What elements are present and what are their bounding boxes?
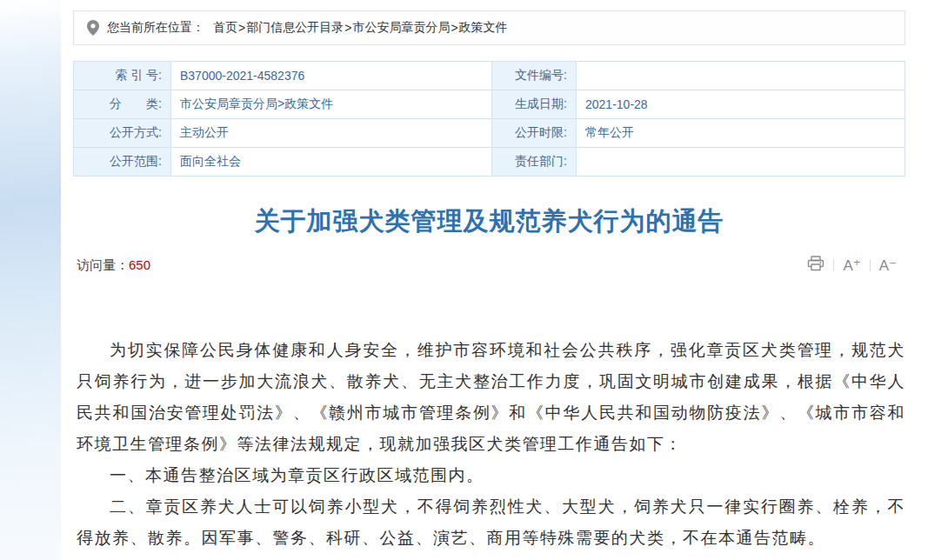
visits-toolbar-row: 访问量：650 A⁺ A⁻: [77, 253, 905, 277]
meta-label-open-scope: 公开范围:: [74, 148, 171, 177]
table-row: 索 引 号: B37000-2021-4582376 文件编号:: [74, 62, 905, 90]
visit-count: 访问量：650: [77, 257, 150, 274]
meta-value-category: 市公安局章贡分局>政策文件: [171, 90, 492, 119]
meta-label-category: 分 类:: [74, 90, 171, 119]
page-title: 关于加强犬类管理及规范养犬行为的通告: [73, 204, 905, 239]
font-decrease-button[interactable]: A⁻: [871, 257, 905, 275]
breadcrumb-separator: >: [450, 21, 457, 35]
article-paragraph: 二、章贡区养犬人士可以饲养小型犬，不得饲养烈性犬、大型犬，饲养犬只一律实行圈养、…: [77, 491, 905, 554]
breadcrumb-item-home[interactable]: 首页: [213, 20, 237, 36]
font-increase-button[interactable]: A⁺: [834, 257, 869, 275]
visit-count-value: 650: [129, 257, 150, 272]
meta-label-open-method: 公开方式:: [74, 119, 171, 148]
meta-value-open-method: 主动公开: [171, 119, 492, 148]
meta-value-resp-dept: [577, 148, 905, 177]
table-row: 分 类: 市公安局章贡分局>政策文件 生成日期: 2021-10-28: [74, 90, 905, 119]
breadcrumb: 您当前所在位置： 首页 > 部门信息公开目录 > 市公安局章贡分局 > 政策文件: [73, 10, 905, 45]
breadcrumb-separator: >: [344, 21, 351, 35]
article-tools: A⁺ A⁻: [798, 256, 905, 276]
table-row: 公开范围: 面向全社会 责任部门:: [74, 148, 905, 177]
breadcrumb-prefix: 您当前所在位置：: [107, 20, 204, 36]
document-meta-table: 索 引 号: B37000-2021-4582376 文件编号: 分 类: 市公…: [73, 61, 905, 177]
article-body: 为切实保障公民身体健康和人身安全，维护市容环境和社会公共秩序，强化章贡区犬类管理…: [77, 335, 905, 560]
print-button[interactable]: [798, 256, 833, 276]
meta-label-resp-dept: 责任部门:: [492, 148, 577, 177]
meta-value-file-no: [577, 62, 905, 90]
breadcrumb-item-directory[interactable]: 部门信息公开目录: [246, 20, 344, 36]
meta-label-date: 生成日期:: [492, 90, 577, 119]
breadcrumb-item-policy[interactable]: 政策文件: [459, 20, 508, 36]
meta-value-open-scope: 面向全社会: [171, 148, 492, 177]
visit-count-label: 访问量：: [77, 257, 129, 272]
main-content: 您当前所在位置： 首页 > 部门信息公开目录 > 市公安局章贡分局 > 政策文件…: [61, 0, 941, 560]
meta-label-open-term: 公开时限:: [492, 119, 577, 148]
meta-label-index-no: 索 引 号:: [74, 62, 171, 90]
article-paragraph: 三、犬只饲养人应当文明饲养犬只，不得遗弃和虐待犬只，犬吠影响他人正常工作、生活的…: [77, 554, 905, 560]
meta-value-open-term: 常年公开: [577, 119, 905, 148]
breadcrumb-separator: >: [238, 21, 245, 35]
meta-value-date: 2021-10-28: [577, 90, 905, 119]
article-paragraph: 为切实保障公民身体健康和人身安全，维护市容环境和社会公共秩序，强化章贡区犬类管理…: [77, 335, 905, 460]
printer-icon: [807, 256, 824, 276]
table-row: 公开方式: 主动公开 公开时限: 常年公开: [74, 119, 905, 148]
meta-label-file-no: 文件编号:: [492, 62, 577, 90]
breadcrumb-item-bureau[interactable]: 市公安局章贡分局: [352, 20, 450, 36]
article-paragraph: 一、本通告整治区域为章贡区行政区域范围内。: [77, 460, 905, 491]
location-pin-icon: [87, 20, 99, 36]
meta-value-index-no: B37000-2021-4582376: [171, 62, 492, 90]
